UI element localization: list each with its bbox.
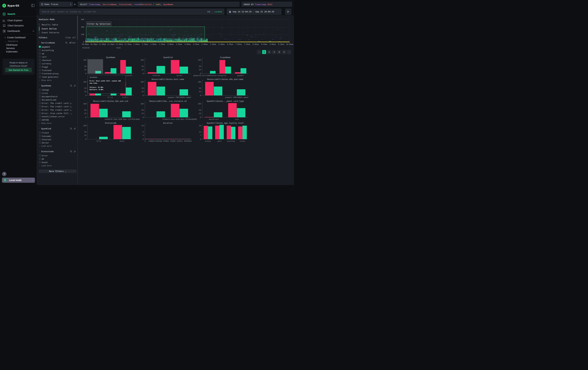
filter-checkbox-error-the-credit-card-[interactable]: [39, 102, 41, 104]
pagination-page-4[interactable]: 4: [277, 50, 281, 54]
chart-plot[interactable]: 02550100@hyperdx/instrumentation-excepti…: [202, 59, 248, 73]
filter-option-label[interactable]: cart: [42, 56, 47, 58]
chart-plot[interactable]: 02550100payment-7985c8969c-mwmw7: [145, 81, 191, 95]
filter-option-label[interactable]: load-generator: [42, 76, 59, 78]
filter-option-label[interactable]: Unset: [42, 161, 48, 164]
filter-option-label[interactable]: change: [42, 89, 49, 91]
chart-plot[interactable]: 0481601198813294418070309875948382201399…: [145, 125, 191, 139]
bar-inliers[interactable]: [157, 111, 165, 117]
filter-option-label[interactable]: ad: [42, 52, 44, 55]
chart-plot[interactable]: 071428bronzegoldplatinumsilver: [202, 125, 248, 139]
filter-option-label[interactable]: Client: [42, 132, 49, 134]
filter-load-more[interactable]: › Load more: [39, 145, 52, 147]
more-filters-button[interactable]: More filters ⌄: [39, 170, 76, 173]
filter-option-label[interactable]: flagd: [42, 66, 48, 68]
pagination-prev-button[interactable]: ‹: [257, 50, 261, 54]
filter-checkbox-frontend[interactable]: [39, 69, 41, 71]
chevron-down-icon[interactable]: ⌄: [39, 150, 40, 151]
filter-checkbox-documentfetch[interactable]: [39, 95, 41, 98]
pagination-next-button[interactable]: ›: [287, 50, 291, 54]
create-dashboard-button[interactable]: +Create Dashboard: [4, 36, 26, 39]
filter-option-label[interactable]: EXPIRE: [42, 119, 49, 121]
pin-icon[interactable]: [74, 150, 76, 152]
bar-inliers[interactable]: [237, 89, 246, 95]
bar-inliers[interactable]: [126, 88, 132, 95]
bar-inliers[interactable]: [157, 87, 165, 95]
bar-outliers[interactable]: [235, 72, 241, 73]
filter-checkbox-internal[interactable]: [39, 138, 41, 140]
bar-inliers[interactable]: [214, 112, 222, 117]
filter-checkbox-unset[interactable]: [39, 161, 41, 163]
filter-option-label[interactable]: Consumer: [42, 135, 51, 137]
chart-plot[interactable]: 02550100payment-7985c8969c-mwmw7: [202, 81, 248, 95]
chart-plot[interactable]: 025501005e02b5fb-13ae-4296-bbbc-111f423c…: [88, 103, 134, 117]
filter-option-label[interactable]: Error: The credit card (…: [42, 105, 72, 108]
filter-checkbox-eventlistener-error[interactable]: [39, 115, 41, 117]
filter-checkbox-load-generator[interactable]: [39, 76, 41, 78]
sidebar-item-chart-explorer[interactable]: Chart Explorer: [0, 18, 37, 23]
filter-checkbox-accounting[interactable]: [39, 49, 41, 51]
lucene-mode-toggle[interactable]: Lucene: [215, 10, 222, 13]
analysis-mode-event-deltas[interactable]: Event Deltas: [42, 28, 57, 30]
bar-inliers[interactable]: [225, 67, 231, 73]
filter-checkbox-change[interactable]: [39, 89, 41, 91]
order-by-input[interactable]: ORDER BY Timestamp DESC: [242, 2, 292, 7]
bar-inliers[interactable]: [179, 89, 188, 95]
chart-plot[interactable]: 02550100mastercardvisa: [202, 103, 248, 117]
bar-outliers[interactable]: [171, 60, 179, 73]
bar-outliers[interactable]: [120, 60, 126, 73]
sidebar-item-search[interactable]: Search: [0, 11, 37, 16]
filter-checkbox-error-visa-cache-full-[interactable]: [39, 112, 41, 114]
filter-option-label[interactable]: click: [42, 92, 48, 94]
bar-outliers[interactable]: [205, 117, 214, 117]
bar-outliers[interactable]: [148, 82, 157, 95]
sidebar-item-clickhouse[interactable]: ClickHouse: [6, 44, 18, 46]
gear-icon[interactable]: ⚙: [74, 3, 75, 6]
filter-option-label[interactable]: frontend: [42, 69, 51, 72]
chart-plot[interactable]: 02550100ErrorUnset: [88, 125, 134, 139]
filter-checkbox-ok[interactable]: [39, 158, 41, 160]
get-started-button[interactable]: Get Started for Free: [5, 68, 32, 72]
heatmap-selection-rect[interactable]: [86, 27, 205, 39]
clear-group-button[interactable]: Clear: [70, 42, 76, 44]
filter-checkbox-consumer[interactable]: [39, 135, 41, 137]
local-mode-button[interactable]: U Local mode ›: [2, 178, 35, 183]
bar-inliers[interactable]: [237, 108, 246, 117]
filter-option-label[interactable]: checkout: [42, 59, 51, 61]
pagination-page-2[interactable]: 2: [267, 50, 271, 54]
help-button[interactable]: ?: [2, 172, 6, 176]
filter-option-label[interactable]: Error: [42, 154, 48, 157]
sidebar-item-kubernetes[interactable]: Kubernetes: [6, 50, 18, 53]
analysis-mode-results-table[interactable]: Results Table: [42, 23, 58, 26]
analysis-mode-event-patterns[interactable]: Event Patterns: [42, 31, 59, 34]
bar-inliers[interactable]: [122, 127, 131, 139]
bar-outliers[interactable]: [114, 125, 122, 139]
filter-show-more[interactable]: › Show more: [39, 79, 52, 81]
filter-option-label[interactable]: currency: [42, 62, 51, 65]
bar-inliers[interactable]: [157, 66, 165, 73]
bar-inliers[interactable]: [126, 67, 132, 73]
chart-plot[interactable]: 02550100…PaymentService/Ch…: [88, 59, 134, 73]
bar-inliers[interactable]: [241, 68, 246, 73]
run-query-button[interactable]: [285, 9, 291, 15]
pagination-page-3[interactable]: 3: [272, 50, 276, 54]
chart-plot[interactable]: 02550100f5344ec9-a1ea-4290-a62a-78f5bee8…: [145, 103, 191, 117]
filter-checkbox-cart[interactable]: [39, 56, 41, 58]
filter-checkbox-currency[interactable]: [39, 62, 41, 64]
filter-show-more[interactable]: › Show more: [39, 122, 52, 124]
duration-heatmap[interactable]: [85, 18, 290, 42]
filter-checkbox-click[interactable]: [39, 92, 41, 94]
bar-outliers[interactable]: [171, 104, 179, 117]
bar-inliers[interactable]: [242, 126, 247, 139]
filter-checkbox-error-the-credit-card-[interactable]: [39, 109, 41, 111]
bar-inliers[interactable]: [111, 68, 116, 73]
sidebar-item-dashboards[interactable]: Dashboards: [0, 29, 37, 33]
pagination-page-1[interactable]: 1: [262, 50, 266, 54]
bar-outliers[interactable]: [105, 72, 111, 73]
chevron-down-icon[interactable]: ⌄: [39, 127, 40, 129]
filter-checkbox-client[interactable]: [39, 132, 41, 134]
filter-load-more[interactable]: › Load more: [39, 165, 52, 167]
search-icon[interactable]: [70, 150, 72, 152]
filter-option-label[interactable]: Error: The credit card (…: [42, 102, 72, 104]
pagination-page-5[interactable]: 5: [282, 50, 286, 54]
